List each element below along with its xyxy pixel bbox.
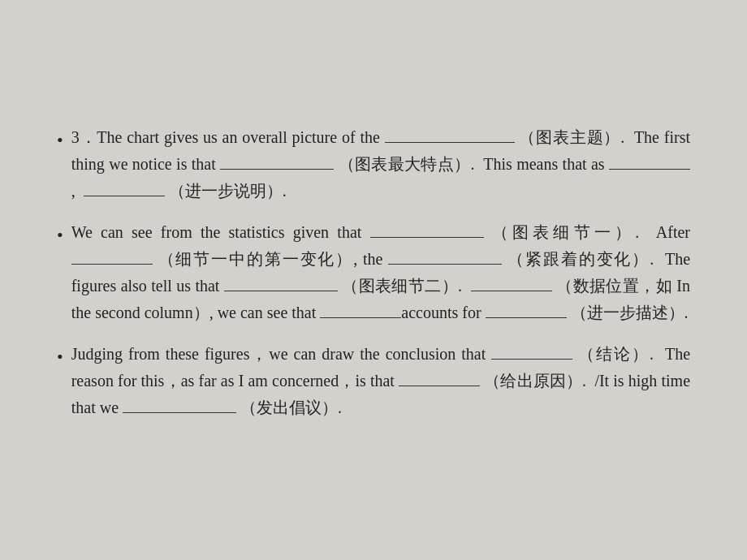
blank-as2	[84, 196, 165, 196]
blank-followup	[388, 264, 502, 265]
blank-detail2	[224, 291, 338, 291]
blank-see	[320, 317, 401, 318]
blank-main-feature	[220, 169, 334, 170]
bullet-text-1: 3．The chart gives us an overall picture …	[71, 124, 690, 205]
hint-main-feature: （图表最大特点）	[339, 155, 471, 173]
blank-suggestion	[123, 412, 236, 413]
blank-change1	[71, 264, 153, 265]
hint-reason: （给出原因）	[484, 372, 582, 390]
bullet-text-2: We can see from the statistics given tha…	[71, 219, 690, 326]
blank-topic	[385, 142, 515, 143]
hint-accounts: （进一步描述）	[571, 304, 684, 321]
blank-accounts	[486, 317, 567, 318]
bullet-symbol-2: •	[57, 221, 63, 250]
hint-change1: （细节一中的第一变化）	[158, 250, 354, 268]
hint-suggestion: （发出倡议）	[240, 398, 338, 416]
blank-as1	[609, 169, 690, 170]
bullet-symbol-1: •	[57, 126, 63, 155]
hint-followup: （紧跟着的变化）	[507, 250, 650, 268]
hint-detail1: （图表细节一）	[492, 223, 636, 241]
hint-conclusion: （结论）	[578, 345, 650, 363]
bullet-item-3: • Judging from these figures，we can draw…	[57, 341, 690, 421]
bullet-item-2: • We can see from the statistics given t…	[57, 219, 690, 326]
blank-detail1	[370, 237, 484, 238]
content-box: • 3．The chart gives us an overall pictur…	[24, 100, 723, 460]
blank-position	[471, 291, 552, 291]
blank-reason	[399, 386, 480, 386]
blank-conclusion	[491, 359, 572, 360]
hint-topic: （图表主题）	[519, 128, 620, 146]
bullet-symbol-3: •	[57, 342, 63, 372]
bullet-text-3: Judging from these figures，we can draw t…	[71, 341, 690, 421]
bullet-item-1: • 3．The chart gives us an overall pictur…	[57, 124, 690, 205]
hint-detail2: （图表细节二）	[342, 277, 458, 295]
hint-further: （进一步说明）	[169, 182, 283, 200]
